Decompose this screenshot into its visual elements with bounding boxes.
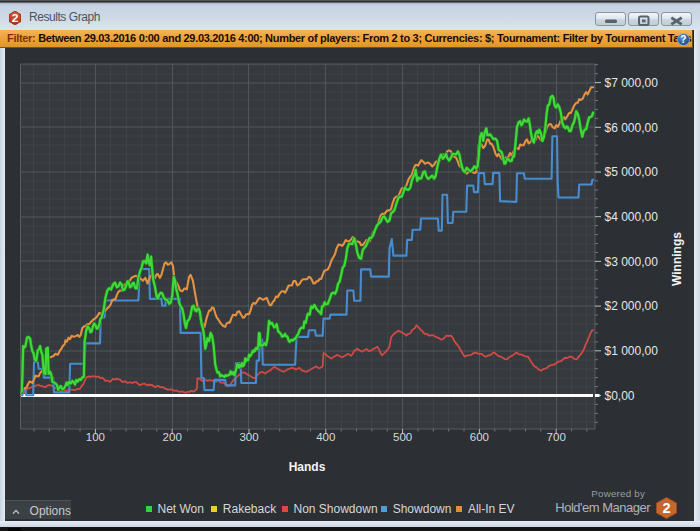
svg-text:$2 000,00: $2 000,00 — [605, 299, 659, 313]
svg-text:$1 000,00: $1 000,00 — [605, 344, 659, 358]
svg-text:700: 700 — [547, 430, 566, 442]
svg-text:$4 000,00: $4 000,00 — [605, 210, 659, 224]
svg-text:Hands: Hands — [289, 459, 326, 473]
svg-text:$7 000,00: $7 000,00 — [605, 75, 659, 89]
svg-text:100: 100 — [86, 430, 105, 442]
svg-text:600: 600 — [470, 430, 489, 442]
svg-text:2: 2 — [662, 500, 670, 516]
svg-text:200: 200 — [163, 430, 182, 442]
svg-text:300: 300 — [239, 430, 258, 442]
svg-text:500: 500 — [393, 430, 412, 442]
svg-text:400: 400 — [316, 430, 335, 442]
svg-text:$6 000,00: $6 000,00 — [605, 120, 659, 134]
svg-text:$3 000,00: $3 000,00 — [605, 254, 659, 268]
svg-text:2: 2 — [11, 12, 18, 23]
svg-text:$5 000,00: $5 000,00 — [605, 165, 659, 179]
svg-text:$0,00: $0,00 — [605, 388, 635, 402]
svg-text:Winnings: Winnings — [670, 231, 684, 285]
